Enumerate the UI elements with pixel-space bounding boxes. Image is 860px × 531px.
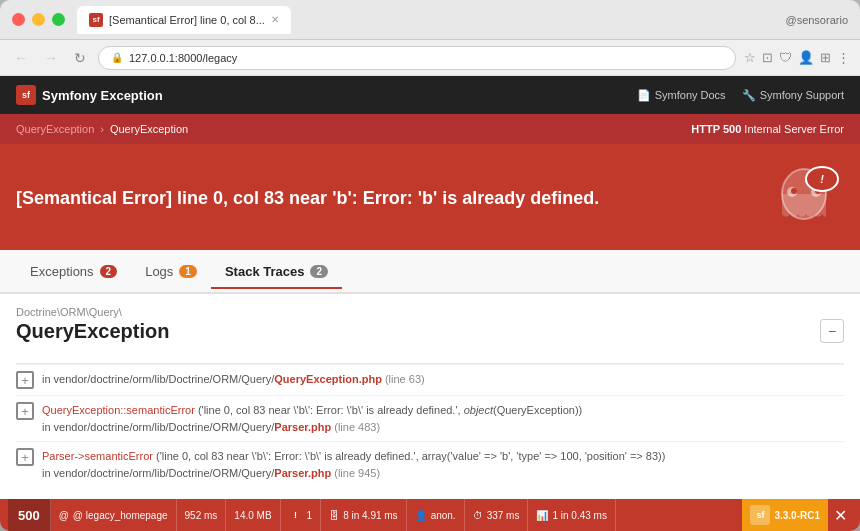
tab-exceptions-badge: 2 [100,265,118,278]
expand-icon-2[interactable]: + [16,402,34,420]
http-code: HTTP 500 [691,123,741,135]
route-icon: @ [59,510,69,521]
stack-row-3-content: Parser->semanticError ('line 0, col 83 n… [42,448,844,481]
toolbar-timeline[interactable]: 📊 1 in 0.43 ms [528,499,615,531]
breadcrumb-separator: › [100,123,104,135]
request-time-icon: ⏱ [473,510,483,521]
tab-logs[interactable]: Logs 1 [131,256,211,289]
exception-namespace: Doctrine\ORM\Query\ [16,306,169,318]
tab-close-icon[interactable]: ✕ [271,14,279,25]
symfony-support-link[interactable]: 🔧 Symfony Support [742,89,844,102]
reload-button[interactable]: ↻ [70,48,90,68]
errors-value: 1 [307,510,313,521]
titlebar-user: @sensorario [785,14,848,26]
stack-row-2-path: in vendor/doctrine/orm/lib/Doctrine/ORM/… [42,421,331,433]
window-controls [12,13,65,26]
addressbar: ← → ↻ 🔒 127.0.0.1:8000/legacy ☆ ⊡ 🛡 👤 ⊞ … [0,40,860,76]
stack-row-3-path: in vendor/doctrine/orm/lib/Doctrine/ORM/… [42,467,331,479]
tab-favicon-icon: sf [89,13,103,27]
db-icon: 🗄 [329,510,339,521]
collapse-button[interactable]: − [820,319,844,343]
error-banner: [Semantical Error] line 0, col 83 near '… [0,144,860,250]
main-content: Doctrine\ORM\Query\ QueryException − + i… [0,294,860,499]
symfony-logo: sf Symfony Exception [16,85,163,105]
tab-stack-traces-badge: 2 [310,265,328,278]
bookmark-icon[interactable]: ☆ [744,50,756,65]
stack-row-3-args: ('line 0, col 83 near \'b\': Error: \'b\… [156,450,665,462]
stack-row-2: + QueryException::semanticError ('line 0… [16,395,844,441]
docs-label: Symfony Docs [655,89,726,101]
timeline-icon: 📊 [536,510,548,521]
symfony-logo-text: Symfony Exception [42,88,163,103]
screenshot-icon[interactable]: ⊡ [762,50,773,65]
http-status: HTTP 500 Internal Server Error [691,123,844,135]
support-icon: 🔧 [742,89,756,102]
tab-area: sf [Semantical Error] line 0, col 8... ✕ [77,6,785,34]
error-message: [Semantical Error] line 0, col 83 near '… [16,186,764,211]
tab-logs-badge: 1 [179,265,197,278]
symfony-header: sf Symfony Exception 📄 Symfony Docs 🔧 Sy… [0,76,860,114]
bottom-toolbar: 500 @ @ legacy_homepage 952 ms 14.0 MB !… [0,499,860,531]
stack-row-3: + Parser->semanticError ('line 0, col 83… [16,441,844,487]
svg-point-3 [791,188,797,194]
request-time-value: 337 ms [487,510,520,521]
breadcrumb-parent[interactable]: QueryException [16,123,94,135]
status-code-value: 500 [18,508,40,523]
exception-panel-header: Doctrine\ORM\Query\ QueryException − [16,306,844,364]
toolbar-route[interactable]: @ @ legacy_homepage [51,499,177,531]
browser-window: sf [Semantical Error] line 0, col 8... ✕… [0,0,860,531]
docs-icon: 📄 [637,89,651,102]
forward-button[interactable]: → [40,48,62,68]
time-value: 952 ms [185,510,218,521]
exception-panel: Doctrine\ORM\Query\ QueryException − + i… [0,294,860,499]
svg-text:!: ! [820,173,824,185]
maximize-button[interactable] [52,13,65,26]
expand-icon-3[interactable]: + [16,448,34,466]
user-icon: 👤 [415,510,427,521]
http-status-text: Internal Server Error [744,123,844,135]
stack-row-2-content: QueryException::semanticError ('line 0, … [42,402,844,435]
toolbar-user[interactable]: 👤 anon. [407,499,465,531]
exception-class: QueryException [16,320,169,343]
toolbar-version[interactable]: sf 3.3.0-RC1 [742,499,828,531]
menu-icon[interactable]: ⋮ [837,50,850,65]
tab-exceptions-label: Exceptions [30,264,94,279]
back-button[interactable]: ← [10,48,32,68]
tab-stack-traces-label: Stack Traces [225,264,305,279]
toolbar-memory[interactable]: 14.0 MB [226,499,280,531]
expand-icon-1[interactable]: + [16,371,34,389]
toolbar-db[interactable]: 🗄 8 in 4.91 ms [321,499,406,531]
stack-row-3-line: (line 945) [334,467,380,479]
stack-row-1-content: in vendor/doctrine/orm/lib/Doctrine/ORM/… [42,371,844,388]
minimize-button[interactable] [32,13,45,26]
url-text: 127.0.0.1:8000/legacy [129,52,237,64]
stack-row-1: + in vendor/doctrine/orm/lib/Doctrine/OR… [16,364,844,395]
symfony-docs-link[interactable]: 📄 Symfony Docs [637,89,726,102]
route-value: @ legacy_homepage [73,510,168,521]
memory-value: 14.0 MB [234,510,271,521]
stack-row-2-args: ('line 0, col 83 near \'b\': Error: \'b\… [198,404,582,416]
titlebar: sf [Semantical Error] line 0, col 8... ✕… [0,0,860,40]
browser-tab[interactable]: sf [Semantical Error] line 0, col 8... ✕ [77,6,291,34]
close-button[interactable] [12,13,25,26]
tab-exceptions[interactable]: Exceptions 2 [16,256,131,289]
shield-icon[interactable]: 🛡 [779,50,792,65]
version-value: 3.3.0-RC1 [774,510,820,521]
support-label: Symfony Support [760,89,844,101]
url-bar[interactable]: 🔒 127.0.0.1:8000/legacy [98,46,736,70]
toolbar-time[interactable]: 952 ms [177,499,227,531]
tab-title: [Semantical Error] line 0, col 8... [109,14,265,26]
tab-stack-traces[interactable]: Stack Traces 2 [211,256,342,289]
breadcrumb-current: QueryException [110,123,188,135]
symfony-logo-icon: sf [16,85,36,105]
tab-logs-label: Logs [145,264,173,279]
breadcrumb-bar: QueryException › QueryException HTTP 500… [0,114,860,144]
symfony-header-links: 📄 Symfony Docs 🔧 Symfony Support [637,89,844,102]
profile-icon[interactable]: 👤 [798,50,814,65]
toolbar-close-button[interactable]: ✕ [828,503,852,527]
toolbar-errors[interactable]: ! 1 [281,499,322,531]
sf-version-icon: sf [750,505,770,525]
stack-row-1-path: in vendor/doctrine/orm/lib/Doctrine/ORM/… [42,373,382,385]
extension-icon[interactable]: ⊞ [820,50,831,65]
toolbar-request-time[interactable]: ⏱ 337 ms [465,499,529,531]
